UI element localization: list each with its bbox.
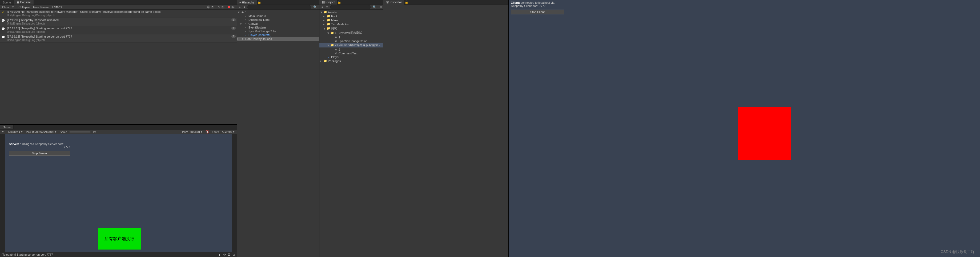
green-status-box: 所有客户端执行 xyxy=(98,228,141,249)
status-bar: [Telepathy] Starting server on port 7777… xyxy=(0,252,237,257)
clear-button[interactable]: Clear xyxy=(1,6,10,9)
hierarchy-item[interactable]: ▫EventSystem xyxy=(237,25,319,29)
hierarchy-tree: ▼◈1 ▫Main Camera ▫Directional Light ▸▫Ca… xyxy=(237,10,319,41)
hierarchy-item[interactable]: ▸▫Canvas xyxy=(237,22,319,25)
project-folder[interactable]: ▸📁Font xyxy=(320,14,383,18)
hierarchy-item[interactable]: ▫Directional Light xyxy=(237,18,319,22)
hierarchy-item[interactable]: ▫SyncVarChangeColor xyxy=(237,29,319,33)
hierarchy-search-input[interactable] xyxy=(247,5,311,10)
error-pause-toggle[interactable]: Error Pause xyxy=(32,6,50,9)
search-icon[interactable]: 🔍 xyxy=(312,5,318,9)
tab-project[interactable]: ▤ Project xyxy=(320,0,337,5)
hierarchy-item[interactable]: ▫Player [connId=1] xyxy=(237,33,319,37)
console-log-list: ⚠ [17:19:06] No Transport assigned to Ne… xyxy=(0,10,237,124)
tab-console[interactable]: ▣ Console xyxy=(14,0,33,5)
gizmos-toggle[interactable]: Gizmos ▾ xyxy=(221,130,235,133)
server-port: 7777 xyxy=(9,146,70,149)
info-icon: 💬 xyxy=(1,27,5,31)
scale-label: Scale xyxy=(59,130,68,133)
add-dropdown-icon[interactable]: ▾ xyxy=(243,5,247,9)
search-icon[interactable]: 🔍 xyxy=(372,5,377,9)
project-folder[interactable]: ▼📁1、SyncVar同步测试 xyxy=(320,31,383,35)
play-focused-dropdown[interactable]: Play Focused ▾ xyxy=(181,130,204,133)
project-item[interactable]: ◈1 xyxy=(320,35,383,39)
status-icon[interactable]: ⊘ xyxy=(233,253,235,257)
visibility-icon[interactable]: 👁 xyxy=(379,6,383,9)
project-folder[interactable]: ▼📁2.Command客户端命令服务端执行 xyxy=(320,43,383,48)
add-button[interactable]: + xyxy=(238,6,242,9)
unity-icon: ◈ xyxy=(241,37,245,41)
stats-toggle[interactable]: Stats xyxy=(212,130,220,133)
panel-menu-icon[interactable]: ⋮ xyxy=(409,0,411,4)
cube-icon: ▫ xyxy=(244,14,248,17)
project-folder[interactable]: ▸📁TextMesh Pro xyxy=(320,22,383,26)
project-folder[interactable]: ▼📁测试 xyxy=(320,26,383,31)
server-label: Server: xyxy=(9,142,19,146)
clear-dropdown-icon[interactable]: ▾ xyxy=(11,5,15,9)
folder-icon: 📁 xyxy=(330,43,334,47)
warn-icon: ⚠ xyxy=(1,10,5,14)
status-icon[interactable]: ⟳ xyxy=(223,253,226,257)
hierarchy-icon: ≡ xyxy=(239,1,241,4)
error-filter[interactable]: ⬣ 0 xyxy=(227,5,235,9)
project-folder[interactable]: ▸📁Mirror xyxy=(320,18,383,22)
project-search-input[interactable] xyxy=(330,5,371,10)
cube-icon: ▫ xyxy=(244,22,248,25)
inspector-icon: ⓘ xyxy=(386,0,389,4)
panel-menu-icon[interactable]: ⋮ xyxy=(34,0,37,4)
log-entry[interactable]: ⚠ [17:19:06] No Transport assigned to Ne… xyxy=(0,10,237,18)
log-count-badge: 1 xyxy=(231,18,235,21)
panel-menu-icon[interactable]: ⋮ xyxy=(261,0,264,4)
log-entry[interactable]: 💬 [17:19:13] [Telepathy] Starting server… xyxy=(0,26,237,34)
game-dropdown[interactable]: ▾ xyxy=(1,130,5,133)
tab-game[interactable]: Game xyxy=(0,125,14,129)
status-icon[interactable]: ☰ xyxy=(228,253,231,257)
lock-icon[interactable]: 🔒 xyxy=(258,0,261,4)
editor-dropdown[interactable]: Editor ▾ xyxy=(51,5,63,9)
tab-hierarchy[interactable]: ≡ Hierarchy xyxy=(237,0,258,5)
folder-icon: 📁 xyxy=(330,31,334,35)
game-view-server[interactable]: Server: running via Telepathy Server por… xyxy=(5,134,232,252)
dont-destroy-root[interactable]: ▸◈DontDestroyOnLoad xyxy=(237,37,319,41)
mute-icon[interactable]: 🔇 xyxy=(204,130,210,133)
assets-folder[interactable]: ▼📁Assets xyxy=(320,10,383,14)
project-item[interactable]: #SyncVarChangeColor xyxy=(320,39,383,43)
info-filter[interactable]: ⓘ 3 xyxy=(206,5,215,9)
log-entry[interactable]: 💬 [17:19:06] TelepathyTransport initiali… xyxy=(0,18,237,26)
tab-inspector[interactable]: ⓘ Inspector xyxy=(383,0,405,5)
info-icon: 💬 xyxy=(1,18,5,23)
script-icon: # xyxy=(334,52,338,55)
console-icon: ▣ xyxy=(16,0,19,4)
add-button[interactable]: + xyxy=(320,6,324,9)
display-dropdown[interactable]: Display 1 ▾ xyxy=(7,130,24,133)
folder-icon: 📁 xyxy=(326,22,330,26)
game-view-client[interactable]: Client: connected to localhost via Telep… xyxy=(509,0,980,257)
folder-icon: 📁 xyxy=(323,59,327,63)
project-item[interactable]: ◈2 xyxy=(320,48,383,51)
add-dropdown-icon[interactable]: ▾ xyxy=(325,5,329,9)
folder-icon: ▤ xyxy=(322,0,325,4)
panel-menu-icon[interactable]: ⋮ xyxy=(341,0,344,4)
project-tree: ▼📁Assets ▸📁Font ▸📁Mirror ▸📁TextMesh Pro … xyxy=(320,10,383,257)
lock-icon[interactable]: 🔒 xyxy=(337,0,341,4)
lock-icon[interactable]: 🔒 xyxy=(405,0,409,4)
hierarchy-item[interactable]: ▫Main Camera xyxy=(237,14,319,18)
stop-server-button[interactable]: Stop Server xyxy=(9,151,70,156)
stop-client-button[interactable]: Stop Client xyxy=(511,10,564,14)
cube-icon: ▫ xyxy=(244,18,248,21)
warn-filter[interactable]: ⚠ 1 xyxy=(216,5,226,9)
packages-folder[interactable]: ▸📁Packages xyxy=(320,59,383,63)
panel-menu-icon[interactable]: ⋮ xyxy=(14,125,16,129)
scene-root[interactable]: ▼◈1 xyxy=(237,10,319,14)
prefab-icon: ▫ xyxy=(326,56,330,59)
tab-scene[interactable]: Scene xyxy=(0,0,14,5)
unity-icon: ◈ xyxy=(241,10,245,14)
log-entry[interactable]: 💬 [17:19:13] [Telepathy] Starting server… xyxy=(0,34,237,43)
client-label: Client: xyxy=(511,1,520,4)
project-item[interactable]: #CommandTest xyxy=(320,51,383,55)
status-icon[interactable]: ◧ xyxy=(219,253,221,257)
scale-slider[interactable] xyxy=(69,132,91,133)
project-item[interactable]: ▫Player xyxy=(320,55,383,59)
collapse-toggle[interactable]: Collapse xyxy=(18,6,31,9)
aspect-dropdown[interactable]: Pad (800:400 Aspect) ▾ xyxy=(25,130,57,133)
